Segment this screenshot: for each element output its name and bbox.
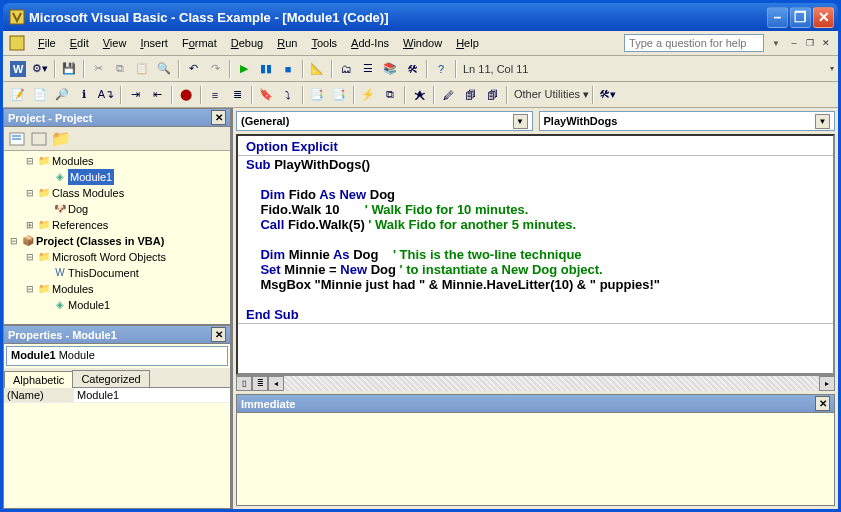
tool-misc7-icon[interactable]: 🗐	[459, 84, 481, 106]
menu-view[interactable]: View	[96, 34, 134, 52]
properties-object-combo[interactable]: Module1 Module	[6, 346, 228, 366]
undo-icon[interactable]: ↶	[182, 58, 204, 80]
immediate-input[interactable]	[237, 413, 834, 505]
outdent-icon[interactable]: ⇤	[146, 84, 168, 106]
tool-misc4-icon[interactable]: ⧉	[379, 84, 401, 106]
menu-insert[interactable]: Insert	[133, 34, 175, 52]
prop-name-value[interactable]: Module1	[74, 388, 230, 402]
bookmark-next-icon[interactable]: ⤵	[277, 84, 299, 106]
save-icon[interactable]: 💾	[58, 58, 80, 80]
window-maximize-button[interactable]: ❐	[790, 7, 811, 28]
menu-tools[interactable]: Tools	[304, 34, 344, 52]
mdi-close-button[interactable]: ✕	[819, 36, 833, 50]
prop-name-label: (Name)	[4, 388, 74, 402]
design-mode-icon[interactable]: 📐	[306, 58, 328, 80]
svg-rect-7	[32, 133, 46, 145]
properties-window-icon[interactable]: ☰	[357, 58, 379, 80]
vb-app-icon	[9, 9, 25, 25]
scroll-left-icon[interactable]: ◂	[268, 376, 284, 391]
code-editor[interactable]: Option ExplicitSub PlayWithDogs() Dim Fi…	[236, 134, 835, 375]
svg-rect-1	[10, 36, 24, 50]
code-hscroll[interactable]: ▯ ≣ ◂ ▸	[236, 375, 835, 391]
menu-file[interactable]: FFileile	[31, 34, 63, 52]
full-view-icon[interactable]: ≣	[252, 376, 268, 391]
menu-window[interactable]: Window	[396, 34, 449, 52]
project-explorer-title: Project - Project ✕	[4, 109, 230, 127]
tree-word-objects[interactable]: Microsoft Word Objects	[52, 249, 166, 265]
menu-format[interactable]: Format	[175, 34, 224, 52]
project-explorer-icon[interactable]: 🗂	[335, 58, 357, 80]
reset-icon[interactable]: ■	[277, 58, 299, 80]
toggle-folders-icon[interactable]: 📁	[50, 128, 72, 150]
mdi-restore-button[interactable]: ❐	[803, 36, 817, 50]
properties-close-button[interactable]: ✕	[211, 327, 226, 342]
tree-modules-2[interactable]: Modules	[52, 281, 94, 297]
complete-word-icon[interactable]: A↴	[95, 84, 117, 106]
find-icon[interactable]: 🔍	[153, 58, 175, 80]
quick-info-icon[interactable]: 🔎	[51, 84, 73, 106]
tree-module1[interactable]: Module1	[68, 169, 114, 185]
indent-icon[interactable]: ⇥	[124, 84, 146, 106]
redo-icon[interactable]: ↷	[204, 58, 226, 80]
tree-dog[interactable]: Dog	[68, 201, 88, 217]
project-tree[interactable]: ⊟📁Modules ◈Module1 ⊟📁Class Modules 🐶Dog …	[4, 151, 230, 324]
copy-icon[interactable]: ⧉	[109, 58, 131, 80]
param-info-icon[interactable]: ℹ	[73, 84, 95, 106]
list-const-icon[interactable]: 📄	[29, 84, 51, 106]
word-icon[interactable]: W	[7, 58, 29, 80]
tree-module1-b[interactable]: Module1	[68, 297, 110, 313]
toolbox-icon[interactable]: 🛠	[401, 58, 423, 80]
project-explorer-toolbar: 📁	[4, 127, 230, 151]
list-props-icon[interactable]: 📝	[7, 84, 29, 106]
comment-block-icon[interactable]: ≡	[204, 84, 226, 106]
tree-modules[interactable]: Modules	[52, 153, 94, 169]
code-proc-combo[interactable]: PlayWithDogs▼	[539, 111, 836, 131]
project-explorer-close-button[interactable]: ✕	[211, 110, 226, 125]
insert-dropdown-icon[interactable]: ⚙▾	[29, 58, 51, 80]
tree-thisdocument[interactable]: ThisDocument	[68, 265, 139, 281]
scroll-right-icon[interactable]: ▸	[819, 376, 835, 391]
menu-addins[interactable]: Add-Ins	[344, 34, 396, 52]
toolbar-edit: 📝 📄 🔎 ℹ A↴ ⇥ ⇤ ⬤ ≡ ≣ 🔖 ⤵ 📑 📑 ⚡ ⧉ 🟊 🖉 🗐 🗐…	[3, 82, 838, 108]
properties-tab-alphabetic[interactable]: Alphabetic	[4, 371, 73, 388]
window-close-button[interactable]: ✕	[813, 7, 834, 28]
proc-view-icon[interactable]: ▯	[236, 376, 252, 391]
tree-class-modules[interactable]: Class Modules	[52, 185, 124, 201]
tool-misc6-icon[interactable]: 🖉	[437, 84, 459, 106]
tool-misc2-icon[interactable]: 📑	[328, 84, 350, 106]
menu-debug[interactable]: Debug	[224, 34, 270, 52]
menubar: FFileile Edit View Insert Format Debug R…	[3, 31, 838, 56]
properties-tab-categorized[interactable]: Categorized	[72, 370, 149, 387]
tree-references[interactable]: References	[52, 217, 108, 233]
view-object-icon[interactable]	[28, 128, 50, 150]
tool-hammer-icon[interactable]: 🛠▾	[596, 84, 618, 106]
tool-misc8-icon[interactable]: 🗐	[481, 84, 503, 106]
chevron-down-icon[interactable]: ▼	[815, 114, 830, 129]
object-browser-icon[interactable]: 📚	[379, 58, 401, 80]
view-code-icon[interactable]	[6, 128, 28, 150]
tree-project-vba[interactable]: Project (Classes in VBA)	[36, 233, 164, 249]
uncomment-block-icon[interactable]: ≣	[226, 84, 248, 106]
mdi-minimize-button[interactable]: –	[787, 36, 801, 50]
tool-misc5-icon[interactable]: 🟊	[408, 84, 430, 106]
menu-run[interactable]: Run	[270, 34, 304, 52]
properties-title: Properties - Module1 ✕	[4, 326, 230, 344]
paste-icon[interactable]: 📋	[131, 58, 153, 80]
menu-help[interactable]: Help	[449, 34, 486, 52]
break-icon[interactable]: ▮▮	[255, 58, 277, 80]
window-minimize-button[interactable]: –	[767, 7, 788, 28]
breakpoint-icon[interactable]: ⬤	[175, 84, 197, 106]
tool-misc1-icon[interactable]: 📑	[306, 84, 328, 106]
help-icon[interactable]: ?	[430, 58, 452, 80]
immediate-close-button[interactable]: ✕	[815, 396, 830, 411]
run-icon[interactable]: ▶	[233, 58, 255, 80]
bookmark-toggle-icon[interactable]: 🔖	[255, 84, 277, 106]
tool-misc3-icon[interactable]: ⚡	[357, 84, 379, 106]
properties-grid[interactable]: (Name) Module1	[4, 388, 230, 508]
other-utilities-dropdown[interactable]: Other Utilities ▾	[514, 88, 589, 101]
code-object-combo[interactable]: (General)▼	[236, 111, 533, 131]
menu-edit[interactable]: Edit	[63, 34, 96, 52]
help-search-input[interactable]	[624, 34, 764, 52]
chevron-down-icon[interactable]: ▼	[513, 114, 528, 129]
cut-icon[interactable]: ✂	[87, 58, 109, 80]
